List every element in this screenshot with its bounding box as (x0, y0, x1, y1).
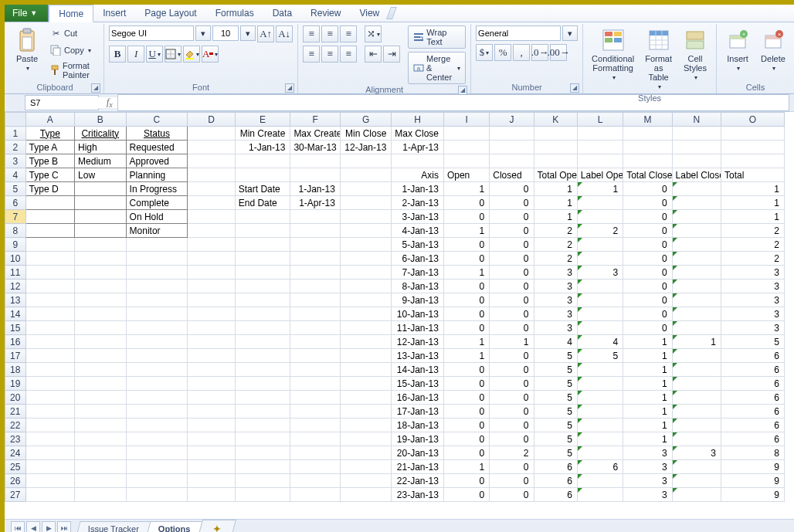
cell-B9[interactable] (75, 238, 127, 252)
cell-L13[interactable] (577, 293, 623, 307)
cell-K10[interactable]: 2 (534, 252, 577, 266)
cell-N11[interactable] (672, 266, 721, 280)
cell-J22[interactable]: 0 (490, 418, 534, 432)
col-header-J[interactable]: J (490, 113, 534, 127)
cell-L8[interactable]: 2 (577, 224, 623, 238)
cell-E21[interactable] (235, 405, 290, 418)
cell-G18[interactable] (340, 363, 392, 377)
cell-I1[interactable] (443, 127, 489, 141)
cell-A14[interactable] (25, 307, 74, 321)
cell-O13[interactable]: 3 (721, 293, 785, 307)
row-header-20[interactable]: 20 (5, 391, 26, 405)
cell-E5[interactable]: Start Date (235, 182, 290, 196)
tab-insert[interactable]: Insert (93, 5, 135, 22)
cell-C2[interactable]: Requested (126, 141, 188, 154)
cell-G1[interactable]: Min Close (340, 127, 392, 141)
cell-O11[interactable]: 3 (721, 266, 785, 280)
cell-A1[interactable]: Type (25, 127, 74, 141)
cell-O16[interactable]: 5 (721, 335, 785, 349)
cell-A23[interactable] (25, 432, 74, 446)
cell-K4[interactable]: Total Open (534, 168, 577, 182)
cell-M15[interactable]: 0 (623, 321, 672, 335)
col-header-C[interactable]: C (126, 113, 188, 127)
tab-view[interactable]: View (350, 5, 389, 22)
cell-L22[interactable] (577, 418, 623, 432)
cell-C8[interactable]: Monitor (126, 224, 188, 238)
cell-M21[interactable]: 1 (623, 405, 672, 418)
col-header-M[interactable]: M (623, 113, 672, 127)
cell-H10[interactable]: 6-Jan-13 (392, 252, 444, 266)
cell-H1[interactable]: Max Close (392, 127, 444, 141)
cell-G3[interactable] (340, 154, 392, 168)
cell-N2[interactable] (672, 141, 721, 154)
cell-F15[interactable] (290, 321, 340, 335)
cell-M18[interactable]: 1 (623, 363, 672, 377)
cell-J24[interactable]: 2 (490, 446, 534, 460)
row-header-10[interactable]: 10 (5, 252, 26, 266)
cell-M10[interactable]: 0 (623, 252, 672, 266)
cell-A6[interactable] (25, 196, 74, 210)
cell-E15[interactable] (235, 321, 290, 335)
cell-C1[interactable]: Status (126, 127, 188, 141)
cell-I21[interactable]: 0 (443, 405, 489, 418)
cell-K23[interactable]: 5 (534, 432, 577, 446)
cell-I13[interactable]: 0 (443, 293, 489, 307)
cell-B23[interactable] (75, 432, 127, 446)
cell-L12[interactable] (577, 280, 623, 293)
cell-K15[interactable]: 3 (534, 321, 577, 335)
cell-A24[interactable] (25, 446, 74, 460)
cell-N25[interactable] (672, 460, 721, 474)
cell-K17[interactable]: 5 (534, 349, 577, 363)
cell-I20[interactable]: 0 (443, 391, 489, 405)
cell-O18[interactable]: 6 (721, 363, 785, 377)
file-tab[interactable]: File▼ (5, 5, 49, 22)
cell-K20[interactable]: 5 (534, 391, 577, 405)
cell-N13[interactable] (672, 293, 721, 307)
cell-E2[interactable]: 1-Jan-13 (235, 141, 290, 154)
cell-K16[interactable]: 4 (534, 335, 577, 349)
cell-J19[interactable]: 0 (490, 377, 534, 391)
cell-G16[interactable] (340, 335, 392, 349)
cell-B13[interactable] (75, 293, 127, 307)
font-size-dd[interactable]: ▾ (240, 25, 256, 41)
cell-K12[interactable]: 3 (534, 280, 577, 293)
row-header-14[interactable]: 14 (5, 307, 26, 321)
cell-A8[interactable] (25, 224, 74, 238)
tab-data[interactable]: Data (263, 5, 301, 22)
cell-H11[interactable]: 7-Jan-13 (392, 266, 444, 280)
increase-indent-button[interactable]: ⇥ (383, 46, 400, 63)
cell-N27[interactable] (672, 488, 721, 502)
cell-A7[interactable] (25, 210, 74, 224)
cell-G19[interactable] (340, 377, 392, 391)
cell-B8[interactable] (75, 224, 127, 238)
cell-H12[interactable]: 8-Jan-13 (392, 280, 444, 293)
cell-B21[interactable] (75, 405, 127, 418)
row-header-16[interactable]: 16 (5, 335, 26, 349)
cell-G17[interactable] (340, 349, 392, 363)
cell-H17[interactable]: 13-Jan-13 (392, 349, 444, 363)
cell-J11[interactable]: 0 (490, 266, 534, 280)
cell-A20[interactable] (25, 391, 74, 405)
cell-M3[interactable] (623, 154, 672, 168)
cell-C13[interactable] (126, 293, 188, 307)
cell-C19[interactable] (126, 377, 188, 391)
cell-B14[interactable] (75, 307, 127, 321)
cell-A21[interactable] (25, 405, 74, 418)
cell-L17[interactable]: 5 (577, 349, 623, 363)
cell-C17[interactable] (126, 349, 188, 363)
cell-M25[interactable]: 3 (623, 460, 672, 474)
cell-C9[interactable] (126, 238, 188, 252)
cell-D7[interactable] (188, 210, 235, 224)
cell-M4[interactable]: Total Closed (623, 168, 672, 182)
cell-B27[interactable] (75, 488, 127, 502)
cell-D13[interactable] (188, 293, 235, 307)
cell-J26[interactable]: 0 (490, 474, 534, 488)
cell-F17[interactable] (290, 349, 340, 363)
cell-H25[interactable]: 21-Jan-13 (392, 460, 444, 474)
cell-F12[interactable] (290, 280, 340, 293)
cell-M13[interactable]: 0 (623, 293, 672, 307)
fx-icon[interactable]: fx (107, 97, 113, 109)
cell-A13[interactable] (25, 293, 74, 307)
cell-F5[interactable]: 1-Jan-13 (290, 182, 340, 196)
cell-F20[interactable] (290, 391, 340, 405)
